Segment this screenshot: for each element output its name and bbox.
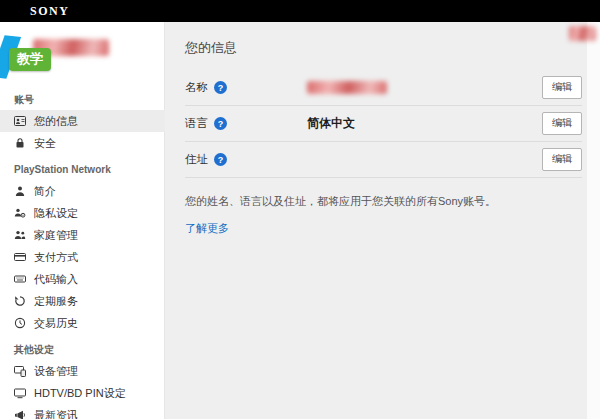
info-row-language: 语言 ? 简体中文 编辑 (185, 106, 582, 142)
help-icon[interactable]: ? (214, 153, 227, 166)
sidebar-user-area: 教学 (0, 22, 165, 84)
sidebar-item-hdtv-bd-pin[interactable]: HDTV/BD PIN设定 (0, 382, 165, 404)
sidebar-item-label: 设备管理 (34, 365, 78, 378)
redacted-name-value (307, 81, 387, 94)
sidebar-section-account: 账号 (0, 84, 165, 110)
subscription-icon (14, 295, 26, 307)
info-rows: 名称 ? 编辑 语言 ? 简体中文 编辑 住址 (185, 70, 582, 178)
sidebar-item-device-management[interactable]: 设备管理 (0, 360, 165, 382)
row-label-address: 住址 ? (185, 152, 307, 167)
edit-language-button[interactable]: 编辑 (542, 112, 582, 135)
row-value-name (307, 81, 542, 94)
help-icon[interactable]: ? (214, 81, 227, 94)
profile-icon (14, 185, 26, 197)
tutorial-badge: 教学 (9, 48, 51, 71)
edit-name-button[interactable]: 编辑 (542, 76, 582, 99)
row-value-language: 简体中文 (307, 115, 542, 132)
sony-logo: SONY (30, 4, 69, 19)
code-input-icon (14, 273, 26, 285)
top-bar: SONY (0, 0, 600, 22)
sidebar-item-label: 支付方式 (34, 251, 78, 264)
page-layout: 教学 账号 您的信息 安全 PlayStation Network 简介 (0, 22, 600, 419)
payment-icon (14, 251, 26, 263)
sidebar-item-label: 交易历史 (34, 317, 78, 330)
scrollbar-track[interactable] (587, 22, 600, 419)
devices-icon (14, 365, 26, 377)
info-row-name: 名称 ? 编辑 (185, 70, 582, 106)
sidebar-item-redeem-code[interactable]: 代码输入 (0, 268, 165, 290)
main-content: 您的信息 名称 ? 编辑 语言 ? 简体中文 编辑 (165, 22, 600, 419)
history-icon (14, 317, 26, 329)
sidebar-item-payment[interactable]: 支付方式 (0, 246, 165, 268)
sidebar-section-psn: PlayStation Network (0, 154, 165, 180)
sidebar: 教学 账号 您的信息 安全 PlayStation Network 简介 (0, 22, 165, 419)
sidebar-item-label: 家庭管理 (34, 229, 78, 242)
sidebar-item-subscriptions[interactable]: 定期服务 (0, 290, 165, 312)
info-note: 您的姓名、语言以及住址，都将应用于您关联的所有Sony账号。 (185, 194, 582, 209)
news-icon (14, 409, 26, 419)
sidebar-item-label: 简介 (34, 185, 56, 198)
learn-more-link[interactable]: 了解更多 (185, 221, 229, 236)
sidebar-item-label: 最新资讯 (34, 409, 78, 419)
sidebar-item-security[interactable]: 安全 (0, 132, 165, 154)
sidebar-item-label: 定期服务 (34, 295, 78, 308)
tv-icon (14, 387, 26, 399)
sidebar-item-your-info[interactable]: 您的信息 (0, 110, 165, 132)
id-card-icon (14, 115, 26, 127)
sidebar-item-family[interactable]: 家庭管理 (0, 224, 165, 246)
field-label: 住址 (185, 152, 208, 167)
sidebar-item-label: 安全 (34, 137, 56, 150)
row-label-name: 名称 ? (185, 80, 307, 95)
sidebar-item-transaction-history[interactable]: 交易历史 (0, 312, 165, 334)
field-label: 名称 (185, 80, 208, 95)
sidebar-item-privacy[interactable]: 隐私设定 (0, 202, 165, 224)
sidebar-item-label: HDTV/BD PIN设定 (34, 387, 126, 400)
sidebar-item-profile[interactable]: 简介 (0, 180, 165, 202)
info-row-address: 住址 ? 编辑 (185, 142, 582, 178)
redacted-avatar (569, 26, 596, 41)
page-title: 您的信息 (185, 22, 582, 56)
sidebar-item-label: 代码输入 (34, 273, 78, 286)
row-label-language: 语言 ? (185, 116, 307, 131)
help-icon[interactable]: ? (214, 117, 227, 130)
sidebar-section-other: 其他设定 (0, 334, 165, 360)
field-label: 语言 (185, 116, 208, 131)
family-icon (14, 229, 26, 241)
sidebar-item-label: 隐私设定 (34, 207, 78, 220)
sidebar-item-latest-news[interactable]: 最新资讯 (0, 404, 165, 419)
lock-icon (14, 137, 26, 149)
privacy-icon (14, 207, 26, 219)
sidebar-item-label: 您的信息 (34, 115, 78, 128)
edit-address-button[interactable]: 编辑 (542, 148, 582, 171)
